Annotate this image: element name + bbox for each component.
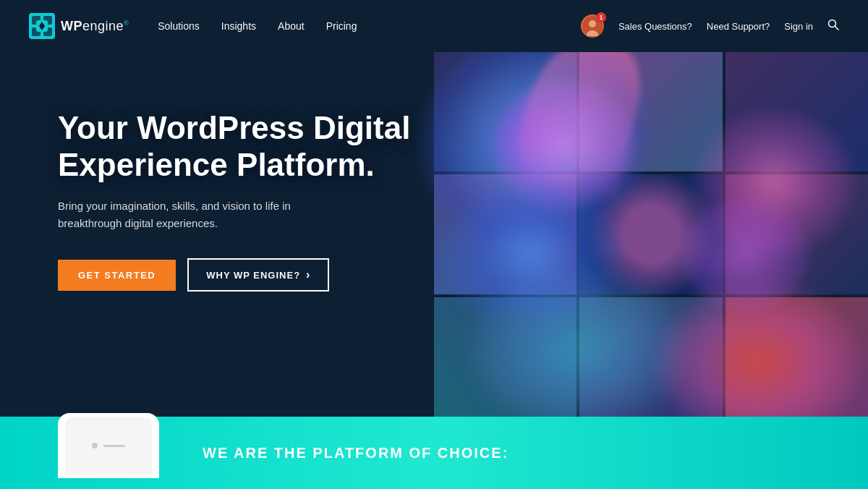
- get-started-button[interactable]: GET STARTED: [58, 260, 176, 291]
- svg-line-10: [835, 27, 839, 30]
- hero-content: Your WordPress Digital Experience Platfo…: [58, 110, 420, 292]
- logo[interactable]: WPengine®: [29, 13, 129, 39]
- phone-line: [103, 445, 125, 447]
- hero-buttons: GET STARTED WHY WP ENGINE? ›: [58, 258, 420, 292]
- grid-cell-5: [579, 174, 722, 294]
- phone-mockup: [58, 413, 159, 478]
- hero-section: Your WordPress Digital Experience Platfo…: [0, 52, 868, 417]
- wpengine-logo-icon: [29, 13, 55, 39]
- bottom-bar: WE ARE THE PLATFORM OF CHOICE:: [0, 417, 868, 489]
- hero-subtitle: Bring your imagination, skills, and visi…: [58, 197, 347, 232]
- sign-in-link[interactable]: Sign in: [784, 21, 813, 32]
- platform-label: WE ARE THE PLATFORM OF CHOICE:: [203, 445, 509, 462]
- nav-pricing[interactable]: Pricing: [326, 20, 357, 32]
- why-wpengine-label: WHY WP ENGINE?: [206, 270, 300, 281]
- hero-title: Your WordPress Digital Experience Platfo…: [58, 110, 420, 183]
- user-avatar-wrap[interactable]: 1: [581, 14, 604, 38]
- need-support-link[interactable]: Need Support?: [707, 21, 770, 32]
- nav-right: 1 Sales Questions? Need Support? Sign in: [581, 14, 839, 38]
- phone-screen: [65, 417, 152, 475]
- notification-badge: 1: [596, 12, 606, 22]
- grid-cell-6: [726, 174, 868, 294]
- svg-point-7: [589, 20, 596, 27]
- sales-questions-link[interactable]: Sales Questions?: [618, 21, 692, 32]
- hero-grid: [434, 52, 868, 417]
- grid-cell-9: [726, 297, 868, 417]
- grid-cell-1: [434, 52, 576, 171]
- arrow-icon: ›: [306, 268, 310, 281]
- nav-links: Solutions Insights About Pricing: [158, 20, 581, 32]
- why-wpengine-button[interactable]: WHY WP ENGINE? ›: [187, 258, 329, 292]
- nav-about[interactable]: About: [278, 20, 305, 32]
- grid-cell-4: [434, 174, 576, 294]
- nav-insights[interactable]: Insights: [221, 20, 256, 32]
- grid-cell-8: [579, 297, 722, 417]
- phone-dot: [92, 443, 98, 448]
- hero-visual: [434, 52, 868, 417]
- search-icon[interactable]: [827, 19, 839, 33]
- grid-cell-2: [579, 52, 722, 171]
- navbar: WPengine® Solutions Insights About Prici…: [0, 0, 868, 52]
- grid-cell-3: [726, 52, 868, 171]
- logo-text: WPengine®: [61, 19, 129, 34]
- grid-cell-7: [434, 297, 576, 417]
- nav-solutions[interactable]: Solutions: [158, 20, 200, 32]
